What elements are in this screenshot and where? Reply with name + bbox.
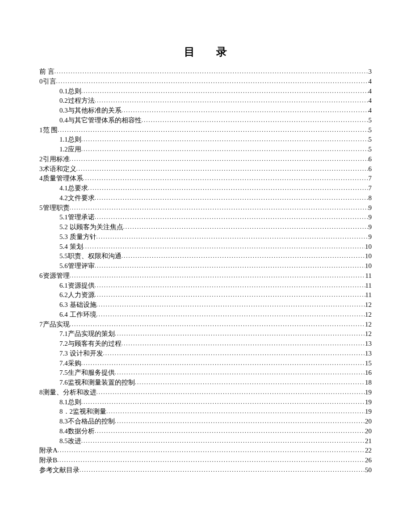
toc-entry-label: 7.2与顾客有关的过程 [39, 339, 122, 349]
toc-dots [83, 174, 369, 183]
toc-dots [83, 243, 365, 251]
toc-entry-page: 12 [365, 329, 372, 339]
toc-entry: 附录B26 [39, 456, 372, 465]
toc-entry-page: 5 [369, 135, 372, 145]
toc-entry: 7.4采购15 [39, 359, 372, 369]
toc-dots [96, 233, 369, 241]
toc-dots [122, 252, 365, 260]
toc-entry: 7.5生产和服务提供16 [39, 368, 372, 378]
toc-entry-page: 10 [365, 242, 372, 252]
toc-entry-label: 6.3 基础设施 [39, 300, 96, 310]
toc-entry-label: 7.3 设计和开发 [39, 349, 103, 359]
toc-dots [80, 466, 365, 474]
toc-entry-label: 4.1总要求 [39, 184, 88, 193]
toc-entry: 5管理职责9 [39, 203, 372, 213]
toc-entry: 0引言4 [39, 77, 372, 87]
toc-entry-label: 6资源管理 [39, 271, 70, 281]
toc-dots [70, 272, 365, 280]
toc-entry-label: 7.5生产和服务提供 [39, 368, 115, 378]
toc-entry-page: 20 [365, 427, 372, 436]
toc-entry-label: 5.5职责、权限和沟通 [39, 251, 122, 261]
toc-entry-page: 12 [365, 310, 372, 320]
toc-entry-page: 9 [369, 203, 372, 213]
toc-dots [142, 116, 369, 125]
toc-dots [55, 67, 369, 76]
toc-entry: 7产品实现12 [39, 320, 372, 330]
toc-entry-page: 6 [369, 155, 372, 164]
toc-entry: 1范 围5 [39, 126, 372, 135]
toc-entry: 5.3 质量方针9 [39, 232, 372, 242]
toc-entry-label: 8.5改进 [39, 436, 81, 446]
toc-dots [95, 281, 365, 290]
toc-entry: 0.2过程方法4 [39, 96, 372, 106]
toc-entry-page: 4 [369, 106, 372, 116]
toc-entry-label: 6.2人力资源 [39, 290, 95, 300]
toc-entry: 前 言3 [39, 67, 372, 77]
toc-entry-page: 13 [365, 339, 372, 349]
toc-dots [95, 291, 365, 299]
toc-entry: 8．2监视和测量19 [39, 407, 372, 417]
toc-dots [70, 155, 369, 163]
toc-entry-label: 7.6监视和测量装置的控制 [39, 378, 135, 388]
toc-entry-page: 13 [365, 349, 372, 359]
toc-entry-page: 9 [369, 213, 372, 222]
toc-dots [95, 194, 369, 202]
toc-dots [96, 301, 365, 309]
toc-entry: 5.5职责、权限和沟通10 [39, 251, 372, 261]
toc-entry: 7.3 设计和开发13 [39, 349, 372, 359]
toc-entry: 8.1总则19 [39, 398, 372, 407]
toc-entry-page: 7 [369, 174, 372, 184]
toc-dots [95, 213, 369, 222]
toc-entry-label: 8.3不合格品的控制 [39, 417, 115, 427]
toc-entry-label: 1.1总则 [39, 135, 81, 145]
toc-entry-label: 6.1资源提供 [39, 281, 95, 291]
toc-entry: 3术语和定义6 [39, 164, 372, 174]
toc-entry: 6资源管理11 [39, 271, 372, 281]
toc-dots [95, 96, 369, 105]
toc-entry-page: 9 [369, 222, 372, 232]
toc-entry-page: 3 [369, 67, 372, 77]
toc-entry-page: 5 [369, 116, 372, 126]
toc-dots [115, 417, 365, 426]
toc-dots [88, 184, 369, 193]
toc-entry: 7.1产品实现的策划12 [39, 329, 372, 339]
toc-entry: 0.3与其他标准的关系4 [39, 106, 372, 116]
toc-entry-label: 8.4数据分析 [39, 427, 95, 436]
toc-entry-page: 11 [365, 271, 372, 281]
toc-entry-label: 前 言 [39, 67, 55, 77]
toc-entry: 5.6管理评审10 [39, 261, 372, 271]
toc-dots [106, 407, 365, 416]
toc-entry-label: 4质量管理体系 [39, 174, 83, 184]
toc-entry: 5.1管理承诺9 [39, 213, 372, 222]
toc-entry-label: 参考文献目录 [39, 465, 80, 475]
toc-dots [115, 330, 365, 338]
toc-dots [81, 437, 365, 445]
toc-entry: 6.4 工作环境12 [39, 310, 372, 320]
toc-entry-page: 10 [365, 261, 372, 271]
toc-dots [122, 106, 369, 115]
toc-entry-page: 7 [369, 184, 372, 193]
toc-entry-page: 11 [365, 281, 372, 291]
toc-entry-label: 5.4 策划 [39, 242, 83, 252]
toc-entry-label: 7.4采购 [39, 359, 81, 369]
toc-entry-label: 附录B [39, 456, 57, 465]
toc-entry-page: 22 [365, 446, 372, 456]
toc-entry-page: 6 [369, 164, 372, 174]
toc-entry-label: 5.6管理评审 [39, 261, 95, 271]
toc-entry: 1.2应用5 [39, 145, 372, 155]
toc-entry-label: 8测量、分析和改进 [39, 388, 96, 398]
toc-entry-page: 16 [365, 368, 372, 378]
toc-dots [96, 388, 365, 397]
toc-entry-page: 15 [365, 359, 372, 369]
toc-dots [103, 349, 365, 358]
toc-dots [81, 398, 365, 406]
toc-dots [96, 310, 365, 319]
toc-entry: 参考文献目录50 [39, 465, 372, 475]
toc-entry-label: 3术语和定义 [39, 164, 76, 174]
toc-dots [58, 446, 365, 455]
toc-dots [95, 262, 365, 270]
toc-dots [81, 87, 369, 96]
toc-entry: 6.3 基础设施12 [39, 300, 372, 310]
toc-entry-label: 5管理职责 [39, 203, 70, 213]
toc-dots [95, 427, 365, 436]
